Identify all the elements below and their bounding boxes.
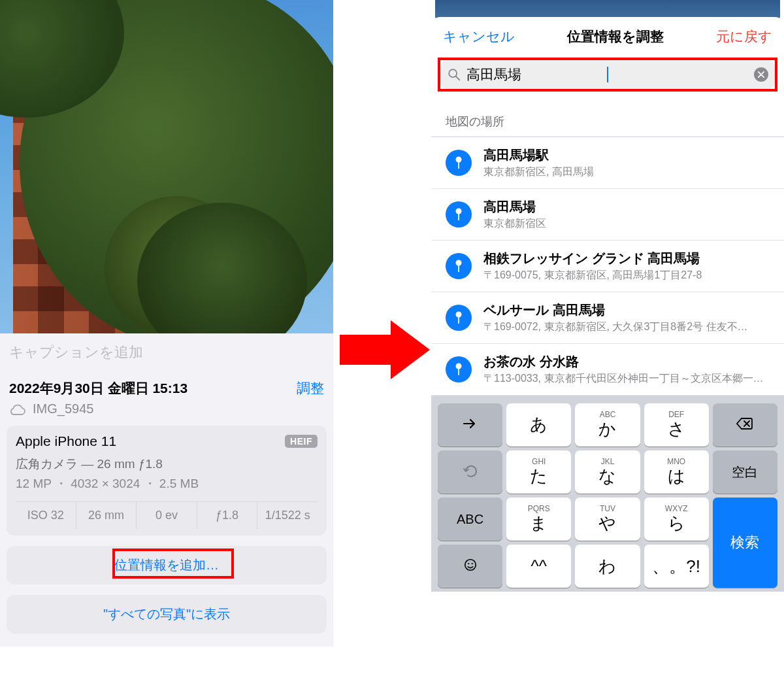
svg-point-12 — [465, 559, 476, 570]
result-sub: 〒169-0075, 東京都新宿区, 高田馬場1丁目27-8 — [483, 269, 772, 282]
key-na[interactable]: JKLな — [575, 450, 640, 494]
add-location-button[interactable]: 位置情報を追加… — [7, 546, 327, 584]
sheet-backdrop — [435, 0, 780, 18]
key-emoji[interactable] — [438, 545, 502, 588]
svg-rect-3 — [458, 161, 459, 169]
exif-focal: 26 mm — [76, 502, 137, 529]
key-ka[interactable]: ABCか — [575, 403, 640, 447]
key-wa[interactable]: わ — [575, 545, 640, 588]
result-item[interactable]: 相鉄フレッサイン グランド 高田馬場〒169-0075, 東京都新宿区, 高田馬… — [431, 241, 784, 292]
key-a[interactable]: あ — [506, 403, 571, 447]
result-sub: 東京都新宿区 — [483, 217, 772, 231]
result-item[interactable]: 高田馬場東京都新宿区 — [431, 189, 784, 241]
photo-info-panel: キャプションを追加 2022年9月30日 金曜日 15:13 調整 IMG_59… — [0, 333, 333, 647]
key-ta[interactable]: GHIた — [506, 450, 571, 494]
format-badge: HEIF — [285, 435, 318, 448]
result-item[interactable]: ベルサール 高田馬場〒169-0072, 東京都新宿区, 大久保3丁目8番2号 … — [431, 292, 784, 344]
lens-info: 広角カメラ — 26 mm ƒ1.8 — [16, 456, 318, 473]
result-sub: 東京都新宿区, 高田馬場 — [483, 165, 772, 179]
result-name: 高田馬場駅 — [483, 146, 772, 164]
result-name: 高田馬場 — [483, 198, 772, 216]
exif-aperture: ƒ1.8 — [197, 502, 258, 529]
pin-icon — [446, 356, 472, 382]
phone-right: キャンセル 位置情報を調整 元に戻す 高田馬場 地図の場所 高田馬場駅東京都新宿… — [431, 0, 784, 676]
photo-preview[interactable] — [0, 0, 333, 333]
exif-shutter: 1/1522 s — [257, 502, 318, 529]
result-item[interactable]: お茶の水 分水路〒113-0033, 東京都千代田区外神田一丁目～文京区本郷一… — [431, 344, 784, 396]
results-list: 高田馬場駅東京都新宿区, 高田馬場高田馬場東京都新宿区相鉄フレッサイン グランド… — [431, 136, 784, 396]
result-name: ベルサール 高田馬場 — [483, 301, 772, 319]
device-name: Apple iPhone 11 — [16, 433, 116, 449]
search-icon — [447, 67, 461, 82]
key-ya[interactable]: TUVや — [575, 498, 640, 541]
svg-rect-7 — [458, 265, 459, 272]
pin-icon — [446, 305, 472, 331]
key-punct[interactable]: 、。?! — [644, 545, 709, 588]
key-abc[interactable]: ABC — [438, 498, 502, 541]
photo-date: 2022年9月30日 金曜日 15:13 — [9, 379, 188, 397]
key-sa[interactable]: DEFさ — [644, 403, 709, 447]
search-value: 高田馬場 — [466, 65, 602, 84]
key-ma[interactable]: PQRSま — [506, 498, 571, 541]
key-arrow-right[interactable] — [438, 403, 502, 447]
result-sub: 〒169-0072, 東京都新宿区, 大久保3丁目8番2号 住友不… — [483, 320, 772, 334]
key-caret[interactable]: ^^ — [506, 545, 571, 588]
key-ha[interactable]: MNOは — [644, 450, 709, 494]
svg-rect-5 — [458, 213, 459, 220]
key-backspace[interactable] — [713, 403, 777, 447]
exif-ev: 0 ev — [137, 502, 197, 529]
key-undo[interactable] — [438, 450, 502, 494]
result-sub: 〒113-0033, 東京都千代田区外神田一丁目～文京区本郷一… — [483, 372, 772, 386]
svg-rect-11 — [458, 368, 459, 375]
phone-left: キャプションを追加 2022年9月30日 金曜日 15:13 調整 IMG_59… — [0, 0, 333, 676]
revert-button[interactable]: 元に戻す — [716, 27, 772, 46]
cancel-button[interactable]: キャンセル — [443, 27, 515, 46]
key-space[interactable]: 空白 — [713, 450, 777, 494]
cloud-icon — [9, 403, 26, 416]
sheet-title: 位置情報を調整 — [567, 27, 664, 46]
search-input[interactable]: 高田馬場 — [440, 60, 775, 89]
caption-input[interactable]: キャプションを追加 — [0, 333, 333, 371]
svg-point-14 — [471, 563, 472, 564]
result-name: お茶の水 分水路 — [483, 353, 772, 371]
key-ra[interactable]: WXYZら — [644, 498, 709, 541]
keyboard: あ ABCか DEFさ GHIた JKLな MNOは 空白 — [431, 396, 784, 592]
text-cursor — [607, 67, 608, 82]
pin-icon — [446, 201, 472, 228]
section-header: 地図の場所 — [431, 101, 784, 136]
pin-icon — [446, 150, 472, 176]
megapixel-info: 12 MP ・ 4032 × 3024 ・ 2.5 MB — [16, 475, 318, 492]
arrow-icon — [340, 320, 431, 379]
show-in-all-button[interactable]: "すべての写真"に表示 — [7, 595, 327, 634]
pin-icon — [446, 253, 472, 279]
svg-line-1 — [456, 76, 460, 80]
camera-card: Apple iPhone 11 HEIF 広角カメラ — 26 mm ƒ1.8 … — [7, 426, 327, 535]
location-sheet: キャンセル 位置情報を調整 元に戻す 高田馬場 地図の場所 高田馬場駅東京都新宿… — [431, 17, 784, 592]
photo-filename: IMG_5945 — [33, 401, 93, 416]
svg-point-13 — [468, 563, 469, 564]
result-name: 相鉄フレッサイン グランド 高田馬場 — [483, 250, 772, 267]
result-item[interactable]: 高田馬場駅東京都新宿区, 高田馬場 — [431, 137, 784, 189]
exif-iso: ISO 32 — [16, 502, 76, 529]
clear-icon[interactable] — [754, 67, 768, 82]
svg-rect-9 — [458, 316, 459, 324]
adjust-button[interactable]: 調整 — [297, 379, 324, 397]
key-search[interactable]: 検索 — [713, 498, 777, 588]
